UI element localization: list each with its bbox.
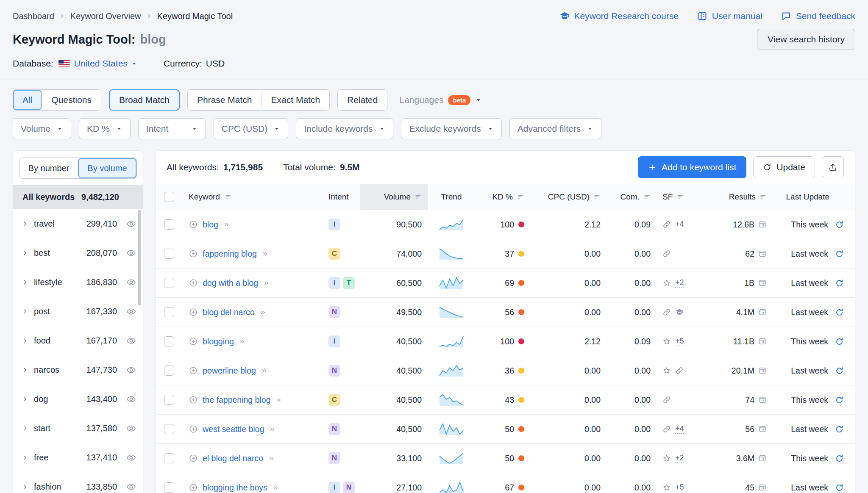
- refresh-icon[interactable]: [835, 396, 844, 404]
- sidebar-group-post[interactable]: post 167,330: [13, 297, 143, 326]
- filter-kd[interactable]: KD %: [79, 118, 131, 139]
- export-button[interactable]: [822, 156, 844, 178]
- tab-exact-match[interactable]: Exact Match: [262, 90, 330, 110]
- languages-dropdown[interactable]: Languages beta: [399, 95, 482, 105]
- eye-icon[interactable]: [126, 307, 136, 316]
- keyword-link[interactable]: the fappening blog: [203, 395, 270, 405]
- sf-more-link[interactable]: +4: [675, 220, 684, 229]
- serp-preview-icon[interactable]: [758, 483, 767, 492]
- update-button[interactable]: Update: [753, 156, 815, 178]
- refresh-icon[interactable]: [835, 337, 844, 346]
- column-header-kd[interactable]: KD %: [475, 184, 530, 210]
- sidebar-group-dog[interactable]: dog 143,400: [13, 385, 143, 414]
- keyword-link[interactable]: fappening blog: [203, 249, 257, 259]
- sf-more-link[interactable]: +2: [675, 278, 684, 288]
- row-checkbox[interactable]: [164, 395, 174, 405]
- row-checkbox[interactable]: [164, 278, 174, 288]
- column-header-com[interactable]: Com.: [606, 184, 657, 210]
- toggle-by-number[interactable]: By number: [19, 158, 78, 178]
- breadcrumb-item-dashboard[interactable]: Dashboard: [13, 11, 54, 21]
- user-manual-link[interactable]: User manual: [697, 11, 762, 21]
- add-keyword-icon[interactable]: [189, 249, 198, 258]
- add-keyword-icon[interactable]: [189, 220, 198, 229]
- sidebar-group-lifestyle[interactable]: lifestyle 186,830: [13, 268, 143, 297]
- sf-more-link[interactable]: +5: [675, 337, 684, 346]
- refresh-icon[interactable]: [835, 308, 844, 317]
- send-feedback-link[interactable]: Send feedback: [781, 11, 855, 21]
- add-keyword-icon[interactable]: [189, 483, 198, 492]
- expand-keyword-icon[interactable]: [259, 309, 267, 316]
- tab-all[interactable]: All: [13, 90, 42, 110]
- filter-exclude-keywords[interactable]: Exclude keywords: [401, 118, 501, 139]
- filter-include-keywords[interactable]: Include keywords: [296, 118, 393, 139]
- keyword-link[interactable]: blog del narco: [203, 307, 255, 317]
- add-keyword-icon[interactable]: [189, 395, 198, 404]
- tab-phrase-match[interactable]: Phrase Match: [188, 90, 262, 110]
- column-header-intent[interactable]: Intent: [323, 184, 360, 210]
- refresh-icon[interactable]: [835, 425, 844, 434]
- column-header-trend[interactable]: Trend: [428, 184, 475, 210]
- keyword-link[interactable]: dog with a blog: [203, 278, 258, 288]
- expand-keyword-icon[interactable]: [262, 250, 269, 258]
- expand-keyword-icon[interactable]: [268, 455, 275, 462]
- add-keyword-icon[interactable]: [189, 424, 198, 434]
- tab-related[interactable]: Related: [338, 90, 387, 110]
- eye-icon[interactable]: [126, 394, 136, 404]
- serp-preview-icon[interactable]: [758, 249, 767, 258]
- sf-more-link[interactable]: +4: [675, 424, 684, 434]
- keyword-research-course-link[interactable]: Keyword Research course: [559, 11, 679, 21]
- add-keyword-icon[interactable]: [189, 307, 198, 317]
- eye-icon[interactable]: [126, 482, 136, 492]
- view-search-history-button[interactable]: View search history: [757, 29, 855, 50]
- column-header-volume[interactable]: Volume: [360, 184, 428, 210]
- serp-preview-icon[interactable]: [758, 366, 767, 375]
- row-checkbox[interactable]: [164, 453, 174, 463]
- keyword-link[interactable]: blogging: [203, 337, 234, 346]
- sidebar-group-travel[interactable]: travel 299,410: [13, 209, 143, 238]
- serp-preview-icon[interactable]: [758, 396, 767, 404]
- add-keyword-icon[interactable]: [189, 337, 198, 346]
- expand-keyword-icon[interactable]: [261, 367, 268, 374]
- breadcrumb-item-keyword-overview[interactable]: Keyword Overview: [70, 11, 141, 21]
- refresh-icon[interactable]: [835, 454, 844, 463]
- sf-more-link[interactable]: +2: [675, 454, 684, 463]
- eye-icon[interactable]: [126, 365, 136, 375]
- refresh-icon[interactable]: [835, 279, 844, 288]
- toggle-by-volume[interactable]: By volume: [78, 158, 136, 178]
- filter-volume[interactable]: Volume: [13, 118, 71, 139]
- tab-broad-match[interactable]: Broad Match: [110, 90, 179, 110]
- select-all-checkbox[interactable]: [164, 192, 174, 202]
- tab-questions[interactable]: Questions: [42, 90, 101, 110]
- keyword-link[interactable]: blogging the boys: [203, 483, 267, 493]
- eye-icon[interactable]: [126, 277, 136, 287]
- expand-keyword-icon[interactable]: [269, 426, 276, 433]
- chevron-down-icon[interactable]: [131, 61, 137, 67]
- serp-preview-icon[interactable]: [758, 425, 767, 433]
- breadcrumb-item-keyword-magic-tool[interactable]: Keyword Magic Tool: [157, 11, 233, 21]
- column-header-cpc[interactable]: CPC (USD): [530, 184, 606, 210]
- keyword-link[interactable]: el blog del narco: [203, 454, 263, 463]
- eye-icon[interactable]: [126, 248, 136, 258]
- column-header-keyword[interactable]: Keyword: [183, 184, 323, 210]
- sidebar-scrollbar[interactable]: [138, 210, 141, 305]
- filter-cpc-usd[interactable]: CPC (USD): [214, 118, 289, 139]
- sidebar-group-fashion[interactable]: fashion 133,850: [13, 472, 143, 493]
- add-to-keyword-list-button[interactable]: Add to keyword list: [638, 156, 746, 178]
- expand-keyword-icon[interactable]: [239, 338, 246, 345]
- row-checkbox[interactable]: [164, 424, 174, 434]
- eye-icon[interactable]: [126, 424, 136, 433]
- keyword-link[interactable]: powerline blog: [203, 366, 256, 376]
- row-checkbox[interactable]: [164, 366, 174, 376]
- sidebar-group-start[interactable]: start 137,580: [13, 414, 143, 443]
- sidebar-all-keywords[interactable]: All keywords 9,482,120: [13, 185, 143, 209]
- sidebar-group-narcos[interactable]: narcos 147,730: [13, 355, 143, 385]
- eye-icon[interactable]: [126, 336, 136, 346]
- row-checkbox[interactable]: [164, 219, 174, 230]
- expand-keyword-icon[interactable]: [263, 280, 270, 287]
- serp-preview-icon[interactable]: [758, 308, 767, 316]
- sf-more-link[interactable]: +5: [675, 483, 684, 492]
- expand-keyword-icon[interactable]: [272, 484, 279, 491]
- refresh-icon[interactable]: [835, 249, 844, 258]
- keyword-link[interactable]: blog: [203, 220, 218, 230]
- sidebar-group-best[interactable]: best 208,070: [13, 238, 143, 268]
